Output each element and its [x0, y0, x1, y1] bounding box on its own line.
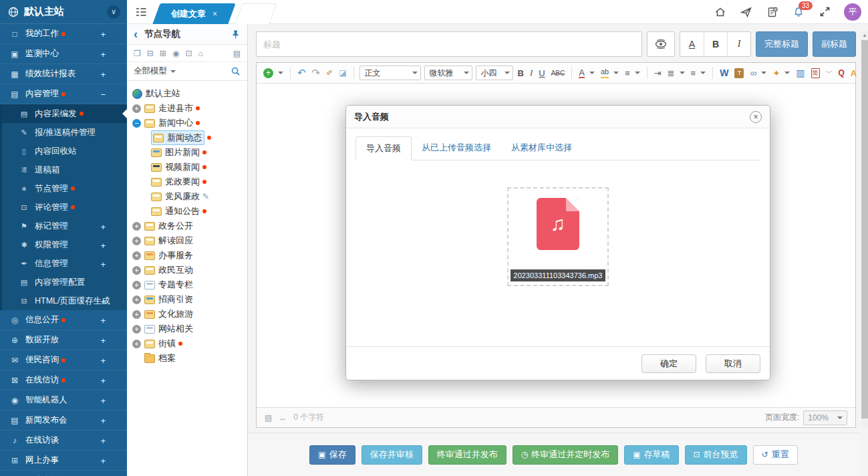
- sidebar-item-permission-management[interactable]: ✱权限管理+: [2, 235, 127, 254]
- text-style-icon[interactable]: A: [849, 67, 858, 80]
- front-preview-button[interactable]: ⊡前台预览: [685, 445, 747, 465]
- save-button[interactable]: ▣保存: [309, 445, 355, 465]
- collapse-sidebar-icon[interactable]: [135, 7, 147, 17]
- italic-icon[interactable]: I: [529, 66, 534, 80]
- cancel-button[interactable]: 取消: [706, 354, 760, 373]
- tree-node-website-related[interactable]: 网站相关: [131, 322, 245, 336]
- sidebar-item-info-management[interactable]: ✒信息管理+: [2, 254, 127, 273]
- subtitle-button[interactable]: 副标题: [813, 31, 856, 57]
- eraser-icon[interactable]: ◪: [337, 67, 347, 79]
- scrollbar-thumb[interactable]: [861, 40, 868, 419]
- home-icon[interactable]: [714, 5, 727, 19]
- scroll-up-arrow[interactable]: ▲: [861, 31, 868, 39]
- sidebar-item-citizen-consult[interactable]: ✉便民咨询+: [0, 350, 127, 370]
- indent-icon[interactable]: ⇥: [653, 67, 663, 80]
- home-node-icon[interactable]: ⌂: [198, 49, 202, 58]
- sidebar-item-tag-management[interactable]: ⚑标记管理+: [2, 217, 127, 235]
- more-tools-icon[interactable]: ﹀: [825, 67, 834, 79]
- approve-publish-button[interactable]: 终审通过并发布: [428, 445, 507, 465]
- collapse-tree-icon[interactable]: ⊟: [147, 49, 154, 58]
- title-italic-button[interactable]: I: [727, 32, 750, 56]
- align-icon[interactable]: ≡: [623, 67, 641, 80]
- tree-node-interaction[interactable]: 政民互动: [131, 263, 245, 277]
- sidebar-item-comment-management[interactable]: ⊡评论管理: [2, 198, 127, 217]
- tree-node-visit-county[interactable]: 走进县市: [131, 101, 245, 116]
- columns-icon[interactable]: ▥: [794, 66, 806, 80]
- article-title-input[interactable]: [256, 31, 642, 57]
- expand-plus[interactable]: +: [100, 356, 106, 366]
- sidebar-item-press-conference[interactable]: ▤新闻发布会+: [0, 410, 127, 431]
- expand-plus[interactable]: +: [100, 436, 106, 446]
- expand-icon[interactable]: [132, 340, 141, 348]
- tree-node-party-conduct[interactable]: 党风廉政✎: [131, 189, 245, 204]
- paste-text-icon[interactable]: T: [733, 67, 745, 80]
- report-icon[interactable]: [766, 5, 779, 19]
- sidebar-item-performance-reports[interactable]: ▦绩效统计报表+: [0, 64, 127, 84]
- expand-plus[interactable]: +: [100, 396, 106, 406]
- node-search-input[interactable]: [181, 67, 231, 76]
- send-icon[interactable]: [740, 5, 753, 19]
- sidebar-item-online-forms[interactable]: ▤在线表单+: [0, 471, 127, 476]
- close-icon[interactable]: [750, 111, 762, 123]
- tree-node-streets[interactable]: 街镇: [131, 336, 245, 351]
- expand-icon[interactable]: [132, 266, 141, 275]
- vertical-scrollbar[interactable]: ▲: [861, 31, 868, 427]
- expand-icon[interactable]: [132, 222, 141, 231]
- tree-node-site-root[interactable]: 默认主站: [131, 86, 245, 101]
- bold-icon[interactable]: B: [517, 67, 525, 80]
- ok-button[interactable]: 确定: [641, 354, 696, 373]
- approve-scheduled-publish-button[interactable]: ◷终审通过并定时发布: [513, 445, 618, 465]
- tree-node-video-news[interactable]: 视频新闻: [131, 160, 245, 174]
- expand-icon[interactable]: [132, 281, 141, 289]
- undo-icon[interactable]: ↶: [296, 66, 307, 80]
- sidebar-item-recycle-bin[interactable]: ▯内容回收站: [2, 142, 127, 160]
- expand-icon[interactable]: [132, 325, 141, 334]
- expand-plus[interactable]: +: [100, 456, 106, 466]
- audio-upload-dropzone[interactable]: ♫ 202303311103343736.mp3: [507, 187, 609, 286]
- sidebar-item-html-cache[interactable]: ⊟HTML/页面缓存生成+: [2, 291, 127, 310]
- expand-plus[interactable]: +: [100, 376, 106, 386]
- tree-node-news-dynamic[interactable]: 新闻动态: [131, 130, 245, 145]
- avatar[interactable]: 平: [844, 3, 861, 21]
- collapse-panel-icon[interactable]: ‹: [134, 28, 138, 40]
- expand-plus[interactable]: +: [100, 222, 106, 232]
- format-brush-icon[interactable]: ✐: [325, 67, 334, 79]
- paragraph-style-select[interactable]: 正文: [359, 66, 421, 80]
- full-title-button[interactable]: 完整标题: [756, 31, 808, 57]
- autoformat-icon[interactable]: ✦: [771, 67, 791, 80]
- tree-node-services[interactable]: 办事服务: [131, 248, 245, 263]
- search-icon[interactable]: [231, 66, 241, 76]
- site-view-icon[interactable]: ◉: [172, 49, 179, 58]
- expand-icon[interactable]: [132, 310, 141, 319]
- find-replace-icon[interactable]: Q: [837, 67, 846, 79]
- node-settings-icon[interactable]: ▤: [233, 49, 241, 58]
- link-icon[interactable]: ∞: [748, 66, 768, 80]
- redo-icon[interactable]: ↷: [311, 66, 322, 80]
- save-and-review-button[interactable]: 保存并审核: [361, 445, 422, 465]
- sidebar-item-content-config[interactable]: ▤内容管理配置: [2, 273, 127, 291]
- expand-plus[interactable]: +: [100, 49, 106, 60]
- strikethrough-icon[interactable]: ABC: [550, 68, 567, 78]
- sidebar-item-online-interview[interactable]: ♪在线访谈+: [0, 431, 127, 451]
- sidebar-item-online-petition[interactable]: ⊠在线信访+: [0, 370, 127, 390]
- expand-icon[interactable]: [132, 295, 141, 304]
- hanzi-convert-icon[interactable]: 简: [810, 67, 821, 80]
- sidebar-item-return-box[interactable]: 退退稿箱: [2, 160, 127, 179]
- fullscreen-icon[interactable]: [818, 5, 831, 19]
- sidebar-item-content-management[interactable]: ▤内容管理−: [0, 84, 127, 104]
- expand-icon[interactable]: [132, 251, 141, 260]
- expand-plus[interactable]: +: [100, 316, 106, 326]
- expand-plus[interactable]: +: [100, 297, 106, 307]
- sidebar-item-monitor-center[interactable]: ▣监测中心+: [0, 44, 127, 64]
- tree-node-news-center[interactable]: 新闻中心: [131, 116, 245, 130]
- word-import-icon[interactable]: W: [718, 66, 730, 80]
- reset-button[interactable]: ↺重置: [753, 445, 798, 465]
- font-color-icon[interactable]: A: [577, 67, 596, 80]
- insert-media-button[interactable]: +: [262, 67, 285, 80]
- title-color-button[interactable]: A: [680, 32, 704, 56]
- model-filter-dropdown[interactable]: 全部模型: [134, 66, 167, 77]
- tab-close-icon[interactable]: [212, 9, 217, 19]
- tree-node-interpretation[interactable]: 解读回应: [131, 233, 245, 248]
- new-doc-icon[interactable]: ⊡: [185, 49, 192, 58]
- expand-plus[interactable]: +: [100, 29, 106, 39]
